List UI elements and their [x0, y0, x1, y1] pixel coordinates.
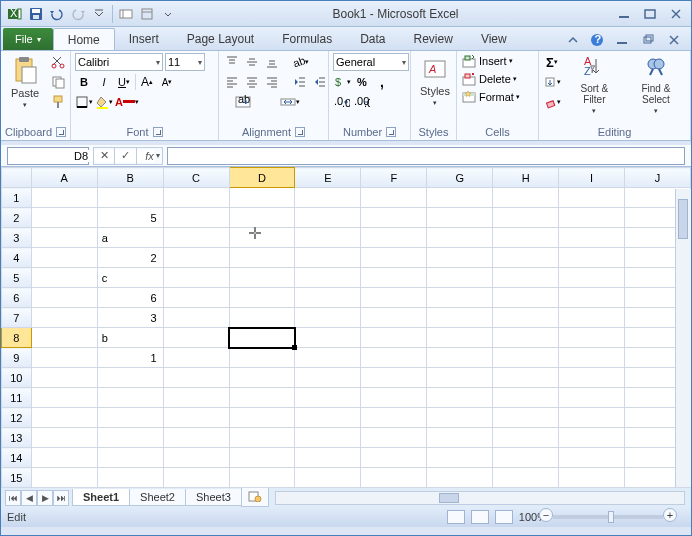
row-header-4[interactable]: 4 [2, 248, 32, 268]
cell-F15[interactable] [361, 468, 427, 488]
horizontal-scrollbar[interactable] [275, 491, 685, 505]
cell-D10[interactable] [229, 368, 295, 388]
cell-D4[interactable] [229, 248, 295, 268]
cell-C12[interactable] [163, 408, 229, 428]
column-header-D[interactable]: D [229, 168, 295, 188]
cell-G2[interactable] [427, 208, 493, 228]
minimize-ribbon-icon[interactable] [563, 30, 583, 50]
row-header-8[interactable]: 8 [2, 328, 32, 348]
cell-I5[interactable] [559, 268, 625, 288]
workbook-restore-button[interactable] [637, 32, 659, 48]
paste-button[interactable]: Paste ▾ [5, 53, 45, 111]
cell-G3[interactable] [427, 228, 493, 248]
cell-E2[interactable] [295, 208, 361, 228]
formula-input[interactable] [168, 150, 684, 162]
cell-G8[interactable] [427, 328, 493, 348]
cell-F14[interactable] [361, 448, 427, 468]
page-break-view-button[interactable] [495, 510, 513, 524]
cell-B6[interactable]: 6 [97, 288, 163, 308]
qat-extra-1[interactable] [116, 4, 136, 24]
column-header-J[interactable]: J [625, 168, 691, 188]
cell-H10[interactable] [493, 368, 559, 388]
cell-B5[interactable]: c [97, 268, 163, 288]
clipboard-dialog-launcher[interactable] [56, 127, 66, 137]
enter-formula-button[interactable]: ✓ [115, 147, 137, 165]
cell-F10[interactable] [361, 368, 427, 388]
cell-I7[interactable] [559, 308, 625, 328]
find-select-button[interactable]: Find & Select▾ [626, 53, 686, 117]
insert-cells-button[interactable]: Insert▾ [461, 53, 513, 69]
cell-F12[interactable] [361, 408, 427, 428]
cell-G5[interactable] [427, 268, 493, 288]
decrease-font-button[interactable]: A▾ [158, 73, 176, 91]
number-dialog-launcher[interactable] [386, 127, 396, 137]
copy-button[interactable] [49, 73, 67, 91]
tab-data[interactable]: Data [346, 28, 399, 50]
cell-F3[interactable] [361, 228, 427, 248]
styles-button[interactable]: A Styles▾ [415, 53, 455, 109]
normal-view-button[interactable] [447, 510, 465, 524]
font-name-combo[interactable]: Calibri▾ [75, 53, 163, 71]
row-header-3[interactable]: 3 [2, 228, 32, 248]
redo-button[interactable] [68, 4, 88, 24]
font-dialog-launcher[interactable] [153, 127, 163, 137]
cell-E5[interactable] [295, 268, 361, 288]
cell-A3[interactable] [31, 228, 97, 248]
cell-F8[interactable] [361, 328, 427, 348]
cell-D8[interactable] [229, 328, 295, 348]
cell-C9[interactable] [163, 348, 229, 368]
font-color-button[interactable]: A▾ [115, 93, 139, 111]
bold-button[interactable]: B [75, 73, 93, 91]
wrap-text-button[interactable]: ab [223, 93, 263, 111]
tab-nav-first[interactable]: ⏮ [5, 490, 21, 506]
cell-E15[interactable] [295, 468, 361, 488]
new-sheet-button[interactable] [241, 488, 269, 507]
cell-G7[interactable] [427, 308, 493, 328]
cell-E8[interactable] [295, 328, 361, 348]
cell-D2[interactable] [229, 208, 295, 228]
accounting-format-button[interactable]: $▾ [333, 73, 351, 91]
cell-H9[interactable] [493, 348, 559, 368]
cell-I15[interactable] [559, 468, 625, 488]
cell-D9[interactable] [229, 348, 295, 368]
row-header-10[interactable]: 10 [2, 368, 32, 388]
cell-B15[interactable] [97, 468, 163, 488]
row-header-14[interactable]: 14 [2, 448, 32, 468]
delete-cells-button[interactable]: Delete▾ [461, 71, 517, 87]
cell-D3[interactable] [229, 228, 295, 248]
row-header-5[interactable]: 5 [2, 268, 32, 288]
cell-H12[interactable] [493, 408, 559, 428]
cell-G4[interactable] [427, 248, 493, 268]
close-button[interactable] [665, 6, 687, 22]
cell-A8[interactable] [31, 328, 97, 348]
tab-review[interactable]: Review [400, 28, 467, 50]
sheet-tab-sheet3[interactable]: Sheet3 [185, 489, 242, 506]
fill-button[interactable]: ▾ [543, 73, 561, 91]
row-header-6[interactable]: 6 [2, 288, 32, 308]
tab-nav-next[interactable]: ▶ [37, 490, 53, 506]
format-cells-button[interactable]: Format▾ [461, 89, 520, 105]
row-header-15[interactable]: 15 [2, 468, 32, 488]
cell-I14[interactable] [559, 448, 625, 468]
cell-F13[interactable] [361, 428, 427, 448]
tab-nav-last[interactable]: ⏭ [53, 490, 69, 506]
column-header-C[interactable]: C [163, 168, 229, 188]
cell-H5[interactable] [493, 268, 559, 288]
row-header-9[interactable]: 9 [2, 348, 32, 368]
cell-I3[interactable] [559, 228, 625, 248]
row-header-11[interactable]: 11 [2, 388, 32, 408]
align-middle-button[interactable] [243, 53, 261, 71]
align-center-button[interactable] [243, 73, 261, 91]
cell-D13[interactable] [229, 428, 295, 448]
cell-A14[interactable] [31, 448, 97, 468]
cell-G1[interactable] [427, 188, 493, 208]
cell-A4[interactable] [31, 248, 97, 268]
cell-F1[interactable] [361, 188, 427, 208]
cell-A2[interactable] [31, 208, 97, 228]
qat-dropdown-icon[interactable] [158, 4, 178, 24]
cell-A5[interactable] [31, 268, 97, 288]
cell-D11[interactable] [229, 388, 295, 408]
cell-H2[interactable] [493, 208, 559, 228]
cell-C3[interactable] [163, 228, 229, 248]
cell-C7[interactable] [163, 308, 229, 328]
